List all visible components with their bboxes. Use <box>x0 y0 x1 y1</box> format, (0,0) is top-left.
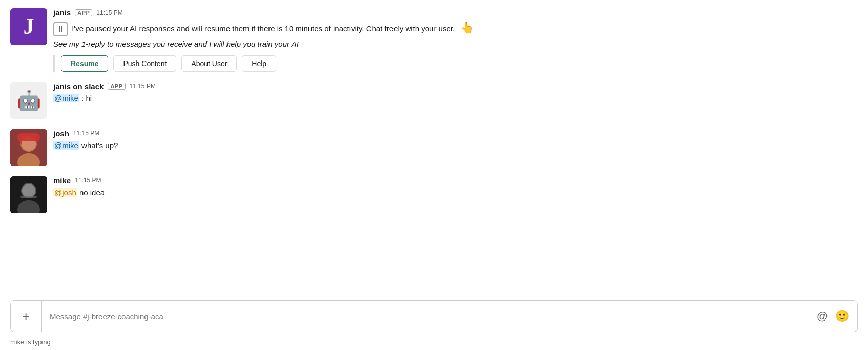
typing-indicator: mike is typing <box>0 336 868 350</box>
action-buttons: Resume Push Content About User Help <box>53 55 858 72</box>
message-header-josh: josh 11:15 PM <box>53 129 858 138</box>
josh-avatar-svg <box>10 129 47 166</box>
svg-rect-10 <box>20 196 37 198</box>
svg-rect-5 <box>17 133 40 141</box>
timestamp-janis-slack: 11:15 PM <box>130 83 156 90</box>
pause-icon <box>53 22 68 36</box>
mention-mike-2: @mike <box>53 141 79 150</box>
about-user-button[interactable]: About User <box>181 55 237 72</box>
chat-container: J janis APP 11:15 PM I've paused your AI… <box>0 0 868 350</box>
avatar-josh <box>10 129 47 166</box>
resume-button[interactable]: Resume <box>61 55 108 72</box>
message-header-janis: janis APP 11:15 PM <box>53 8 858 17</box>
janis-slack-text: : hi <box>81 94 92 102</box>
message-text-janis-1: I've paused your AI responses and will r… <box>53 19 858 36</box>
app-badge-janis: APP <box>75 9 92 16</box>
josh-text: what's up? <box>81 141 118 150</box>
message-text-mike: @josh no idea <box>53 187 858 199</box>
message-header-mike: mike 11:15 PM <box>53 176 858 185</box>
message-content-mike: mike 11:15 PM @josh no idea <box>53 176 858 199</box>
message-text-janis-slack: @mike : hi <box>53 93 858 105</box>
message-content-janis-slack: janis on slack APP 11:15 PM @mike : hi <box>53 82 858 105</box>
message-group-janis-slack: 🤖 janis on slack APP 11:15 PM @mike : hi <box>10 82 858 119</box>
avatar-robot: 🤖 <box>10 82 47 119</box>
message-content-janis: janis APP 11:15 PM I've paused your AI r… <box>53 8 858 72</box>
avatar-janis: J <box>10 8 47 45</box>
at-icon[interactable]: @ <box>817 310 828 323</box>
message-header-janis-slack: janis on slack APP 11:15 PM <box>53 82 858 91</box>
svg-point-9 <box>22 184 35 197</box>
timestamp-josh: 11:15 PM <box>73 130 99 137</box>
janis-message-secondary: See my 1-reply to messages you receive a… <box>53 39 299 48</box>
timestamp-mike: 11:15 PM <box>75 177 101 184</box>
janis-message-main: I've paused your AI responses and will r… <box>72 24 455 33</box>
mike-avatar-svg <box>10 176 47 213</box>
mention-josh: @josh <box>53 188 77 197</box>
app-badge-janis-slack: APP <box>108 83 125 90</box>
add-button[interactable]: + <box>11 301 42 332</box>
message-group-josh: josh 11:15 PM @mike what's up? <box>10 129 858 166</box>
janis-logo: J <box>24 16 34 37</box>
input-icons: @ 🙂 <box>817 310 857 323</box>
typing-text: mike is typing <box>10 338 51 346</box>
sender-name-janis-slack: janis on slack <box>53 82 104 91</box>
emoji-icon[interactable]: 🙂 <box>835 310 849 323</box>
pointing-hand-emoji: 👆 <box>460 21 474 34</box>
message-group-mike: mike 11:15 PM @josh no idea <box>10 176 858 213</box>
message-content-josh: josh 11:15 PM @mike what's up? <box>53 129 858 152</box>
message-text-josh: @mike what's up? <box>53 140 858 152</box>
sender-name-mike: mike <box>53 176 71 185</box>
message-group-janis: J janis APP 11:15 PM I've paused your AI… <box>10 8 858 72</box>
sender-name-josh: josh <box>53 129 69 138</box>
plus-icon: + <box>22 308 30 324</box>
timestamp-janis: 11:15 PM <box>96 9 122 16</box>
input-box: + @ 🙂 <box>10 300 858 332</box>
input-area: + @ 🙂 <box>0 294 868 336</box>
mention-mike-1: @mike <box>53 94 79 102</box>
help-button[interactable]: Help <box>242 55 276 72</box>
message-text-janis-2: See my 1-reply to messages you receive a… <box>53 38 858 50</box>
push-content-button[interactable]: Push Content <box>113 55 176 72</box>
mike-text: no idea <box>79 188 105 197</box>
sender-name-janis: janis <box>53 8 71 17</box>
message-input[interactable] <box>42 312 817 321</box>
avatar-mike <box>10 176 47 213</box>
messages-area: J janis APP 11:15 PM I've paused your AI… <box>0 8 868 294</box>
